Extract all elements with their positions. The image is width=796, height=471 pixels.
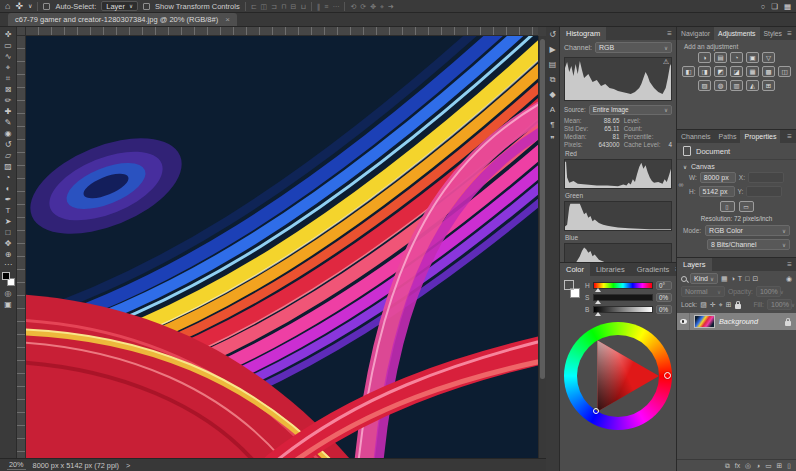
character-panel-icon[interactable]: A [550,106,555,114]
brush-tool[interactable]: ✎ [0,117,17,128]
fill-field[interactable]: 100%∨ [767,299,792,310]
adj-selective-color-icon[interactable]: ◭ [746,80,759,91]
align-center-h-icon[interactable]: ◫ [261,1,268,12]
new-layer-icon[interactable]: ⊞ [777,462,783,470]
panel-menu-icon[interactable]: ≡ [787,27,796,40]
blur-tool[interactable]: ◔ [0,172,17,183]
adj-color-lookup-icon[interactable]: ▩ [762,66,775,77]
landscape-orientation-button[interactable]: ▭ [739,201,754,212]
home-icon[interactable]: ⌂ [5,1,10,12]
adj-gradient-map-icon[interactable]: ▥ [730,80,743,91]
bit-depth-dropdown[interactable]: 8 Bits/Channel∨ [707,239,790,250]
info-panel-icon[interactable]: ◆ [549,91,555,99]
distribute-h-icon[interactable]: ∥ [317,1,321,12]
shade-selector[interactable] [593,408,599,414]
filter-adjustment-layers-icon[interactable]: ◑ [731,275,735,283]
tab-color[interactable]: Color [560,263,590,276]
saturation-slider[interactable] [593,294,653,301]
layer-row-background[interactable]: Background [677,313,796,330]
adj-threshold-icon[interactable]: ◍ [714,80,727,91]
adj-hue-saturation-icon[interactable]: ◧ [682,66,695,77]
new-adjustment-layer-icon[interactable]: ◑ [756,462,760,469]
tab-layers[interactable]: Layers [677,258,712,271]
filter-type-layers-icon[interactable]: T [738,275,742,283]
rectangle-tool[interactable]: □ [0,227,17,238]
tab-libraries[interactable]: Libraries [590,263,631,276]
new-group-icon[interactable]: ▭ [765,462,771,470]
vertical-scrollbar[interactable] [538,36,546,458]
hue-selector[interactable] [664,372,671,379]
filter-shape-layers-icon[interactable]: □ [745,275,749,283]
actions-panel-icon[interactable]: ▶ [549,46,555,54]
brightness-value-field[interactable]: 0% [656,305,672,314]
more-align-icon[interactable]: ⋯ [332,1,339,12]
layer-effects-icon[interactable]: fx [735,462,740,469]
canvas-section-header[interactable]: ∨ Canvas [677,160,796,172]
align-bottom-icon[interactable]: ⊔ [300,1,305,12]
auto-select-target-dropdown[interactable]: Layer∨ [101,1,138,11]
foreground-color-swatch[interactable] [564,280,574,290]
path-selection-tool[interactable]: ➤ [0,216,17,227]
adj-more-icon[interactable]: ⊞ [762,80,775,91]
tab-channels[interactable]: Channels [677,130,715,143]
adj-vibrance-icon[interactable]: ▽ [762,52,775,63]
workspace-icon[interactable]: ❏ [771,1,778,12]
auto-select-checkbox[interactable] [43,3,50,10]
document-tab[interactable]: c67-79 gamer and creator-1280307384.jpg … [8,13,237,26]
tool-preset-arrow-icon[interactable]: ∨ [28,1,32,12]
distribute-v-icon[interactable]: ≡ [324,1,328,12]
3d-orbit-icon[interactable]: ⟲ [350,1,356,12]
width-field[interactable]: 8000 px [700,172,736,183]
adj-photo-filter-icon[interactable]: ◪ [730,66,743,77]
filter-kind-dropdown[interactable]: Kind∨ [690,273,718,284]
filter-pixel-layers-icon[interactable]: ▦ [721,275,728,283]
align-middle-icon[interactable]: ⊟ [291,1,297,12]
clone-stamp-tool[interactable]: ◉ [0,128,17,139]
hue-slider[interactable] [593,282,653,289]
type-tool[interactable]: T [0,205,17,216]
layer-visibility-toggle[interactable] [677,313,690,330]
align-right-icon[interactable]: ⊐ [271,1,277,12]
height-field[interactable]: 5142 px [699,186,735,197]
filter-toggle-icon[interactable]: ◉ [786,275,792,283]
quick-mask-button[interactable]: ◎ [0,288,17,299]
marquee-tool[interactable]: ▭ [0,40,17,51]
panel-menu-icon[interactable]: ≡ [667,27,676,40]
move-tool[interactable]: ✜ [0,29,17,40]
adj-black-white-icon[interactable]: ◩ [714,66,727,77]
clone-source-panel-icon[interactable]: ⧉ [550,76,556,84]
hand-tool[interactable]: ✥ [0,238,17,249]
3d-pan-icon[interactable]: ✥ [370,1,376,12]
zoom-tool[interactable]: ⊕ [0,249,17,260]
color-swatches[interactable] [2,272,15,286]
panel-menu-icon[interactable]: ≡ [787,130,796,143]
paragraph-panel-icon[interactable]: ¶ [550,121,554,129]
healing-brush-tool[interactable]: ✚ [0,106,17,117]
adj-levels-icon[interactable]: ▤ [714,52,727,63]
show-transform-checkbox[interactable] [143,3,150,10]
history-panel-icon[interactable]: ↺ [549,31,556,39]
tab-histogram[interactable]: Histogram [560,27,606,40]
lock-transparency-icon[interactable]: ▨ [700,301,707,309]
saturation-value-field[interactable]: 0% [656,293,672,302]
frame-tool[interactable]: ⊠ [0,84,17,95]
pen-tool[interactable]: ✒ [0,194,17,205]
gradient-tool[interactable]: ▨ [0,161,17,172]
adj-color-balance-icon[interactable]: ◨ [698,66,711,77]
align-left-icon[interactable]: ⊏ [251,1,257,12]
panel-menu-icon[interactable]: ≡ [787,258,796,271]
vertical-scrollbar-thumb[interactable] [540,39,545,379]
brush-settings-panel-icon[interactable]: ▤ [549,61,557,69]
tab-navigator[interactable]: Navigator [677,27,714,40]
object-selection-tool[interactable]: ⌖ [0,62,17,73]
tab-properties[interactable]: Properties [740,130,780,143]
lock-pixels-icon[interactable]: ✛ [710,301,716,309]
align-top-icon[interactable]: ⊓ [281,1,286,12]
adj-exposure-icon[interactable]: ▣ [746,52,759,63]
adj-curves-icon[interactable]: ◔ [730,52,743,63]
comments-panel-icon[interactable]: ❞ [550,136,554,144]
foreground-color-swatch[interactable] [2,272,10,280]
blend-mode-dropdown[interactable]: Normal∨ [681,286,725,297]
lock-artboard-icon[interactable]: ⊞ [726,301,732,309]
crop-tool[interactable]: ⌗ [0,73,17,84]
